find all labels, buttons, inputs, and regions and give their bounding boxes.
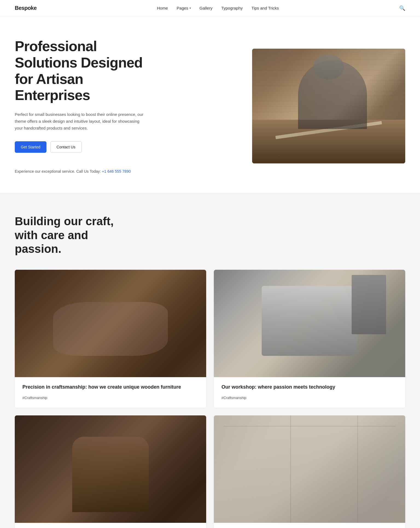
card-2-body: Our workshop: where passion meets techno… [214, 377, 405, 407]
card-1-title: Precision in craftsmanship: how we creat… [22, 384, 199, 391]
card-2-image [214, 270, 405, 377]
card-1-tag[interactable]: #Craftsmanship [22, 396, 47, 400]
phone-number-link[interactable]: +1 646 555 7890 [102, 169, 131, 174]
card-3 [15, 415, 206, 528]
card-2-tag[interactable]: #Craftsmanship [221, 396, 246, 400]
card-4-body [214, 523, 405, 528]
chevron-down-icon: ▾ [189, 7, 191, 10]
nav-pages-label[interactable]: Pages [177, 6, 188, 10]
hero-image [252, 49, 405, 163]
nav-home[interactable]: Home [157, 6, 168, 10]
card-1: Precision in craftsmanship: how we creat… [15, 270, 206, 408]
craft-section: Building our craft, with care and passio… [0, 193, 420, 528]
card-4-img-bg [214, 415, 405, 523]
card-4 [214, 415, 405, 528]
card-3-img-bg [15, 415, 206, 523]
card-2-title: Our workshop: where passion meets techno… [221, 384, 398, 391]
card-3-image [15, 415, 206, 523]
nav-typography[interactable]: Typography [221, 6, 243, 10]
card-4-image [214, 415, 405, 523]
nav-links: Home Pages ▾ Gallery Typography Tips and… [157, 6, 279, 10]
contact-us-button[interactable]: Contact Us [50, 141, 82, 153]
card-1-body: Precision in craftsmanship: how we creat… [15, 377, 206, 407]
hero-right [252, 49, 405, 163]
card-2-img-bg [214, 270, 405, 377]
hero-left: Professional Solutions Designed for Arti… [15, 38, 146, 174]
hero-buttons: Get Started Contact Us [15, 141, 146, 153]
hero-description: Perfect for small businesses looking to … [15, 111, 146, 131]
hero-section: Professional Solutions Designed for Arti… [0, 16, 420, 193]
site-logo[interactable]: Bespoke [15, 5, 37, 11]
search-icon[interactable]: 🔍 [399, 5, 405, 11]
card-2: Our workshop: where passion meets techno… [214, 270, 405, 408]
nav-pages-dropdown[interactable]: Pages ▾ [177, 6, 191, 10]
hero-phone-text: Experience our exceptional service. Call… [15, 169, 146, 174]
card-3-body [15, 523, 206, 528]
cards-grid: Precision in craftsmanship: how we creat… [15, 270, 405, 528]
get-started-button[interactable]: Get Started [15, 141, 46, 153]
navbar: Bespoke Home Pages ▾ Gallery Typography … [0, 0, 420, 16]
craft-title: Building our craft, with care and passio… [15, 215, 130, 256]
hero-title: Professional Solutions Designed for Arti… [15, 38, 146, 104]
card-1-img-bg [15, 270, 206, 377]
nav-gallery[interactable]: Gallery [200, 6, 213, 10]
nav-tips[interactable]: Tips and Tricks [252, 6, 279, 10]
card-1-image [15, 270, 206, 377]
